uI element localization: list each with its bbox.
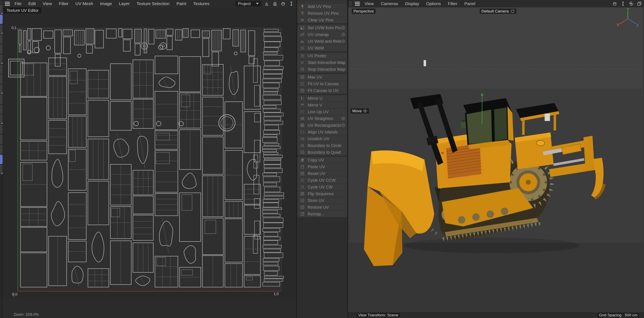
menu-item-uv-mesh[interactable]: UV Mesh	[72, 1, 96, 6]
fit-uv-icon	[300, 81, 305, 86]
command-restore-uv[interactable]: Restore UV	[298, 204, 347, 210]
tool-tile-10[interactable]	[0, 105, 3, 114]
command-flip-sequence[interactable]: Flip Sequence	[298, 190, 347, 197]
command-mirror-v[interactable]: Mirror V	[298, 102, 347, 108]
viewport-menu-icon[interactable]	[354, 2, 360, 6]
command-remap[interactable]: Remap...	[298, 210, 347, 217]
tool-tile-8[interactable]	[0, 84, 3, 94]
dozer-cab	[463, 98, 514, 149]
tool-tile-6[interactable]	[0, 64, 3, 74]
gear-icon[interactable]: ⚙	[341, 26, 345, 30]
grid-spacing-status: Grid Spacing : 500 cm	[598, 313, 639, 318]
menu-item-options[interactable]: Options	[422, 1, 444, 6]
command-label: UV Peeler	[308, 54, 345, 58]
command-uv-straighten[interactable]: UV Straighten⚙	[298, 115, 347, 122]
command-uv-weld-and-relax[interactable]: UV Weld and Relax⚙	[298, 38, 347, 44]
panel-menu-icon[interactable]	[4, 2, 10, 6]
tool-tile-13[interactable]	[0, 135, 3, 144]
lock-icon[interactable]	[272, 1, 278, 6]
camera-rotate-icon[interactable]	[510, 9, 514, 14]
project-selector[interactable]: Project	[236, 1, 261, 6]
menu-item-image[interactable]: Image	[96, 1, 115, 6]
menu-item-display[interactable]: Display	[402, 1, 422, 6]
command-fit-uv-to-canvas[interactable]: Fit UV to Canvas	[298, 80, 347, 87]
pan-hand-icon[interactable]	[280, 1, 286, 6]
command-store-uv[interactable]: Store UV	[298, 197, 347, 204]
tool-tile-11[interactable]	[0, 115, 3, 124]
command-reset-uv[interactable]: Reset UV	[298, 170, 347, 177]
uv-canvas[interactable]	[18, 28, 282, 291]
menu-item-paint[interactable]: Paint	[173, 1, 190, 6]
viewport-3d[interactable]: Perspective Default Camera Move Y X Z	[348, 7, 644, 313]
menu-item-filter[interactable]: Filter	[444, 1, 461, 6]
command-uv-rectangularize[interactable]: UV Rectangularize⚙	[298, 122, 347, 128]
command-unstitch-uv[interactable]: Unstitch UV	[298, 135, 347, 142]
tool-tile-5[interactable]	[0, 54, 3, 64]
command-stop-interactive-mapping[interactable]: Stop Interactive Mapping	[298, 66, 347, 72]
menu-item-panel[interactable]: Panel	[461, 1, 479, 6]
menu-item-textures[interactable]: Textures	[190, 1, 213, 6]
dolly-icon[interactable]	[620, 1, 626, 6]
command-line-up-uv[interactable]: Line Up UV	[298, 108, 347, 115]
command-cycle-uv-ccw[interactable]: Cycle UV CCW	[298, 177, 347, 184]
command-label: Set UVW from Projection	[308, 26, 341, 30]
menu-item-view[interactable]: View	[39, 1, 56, 6]
command-clear-uv-pins[interactable]: Clear UV Pins	[298, 16, 347, 23]
menu-item-cameras[interactable]: Cameras	[377, 1, 402, 6]
commands-panel-grip[interactable]	[298, 0, 347, 3]
gear-icon[interactable]: ⚙	[341, 39, 345, 44]
uv-wireframe[interactable]	[18, 28, 281, 291]
command-set-uvw-from-projection[interactable]: Set UVW from Projection⚙	[298, 24, 347, 31]
viewport-grip[interactable]	[349, 1, 352, 6]
tool-tile-7[interactable]	[0, 74, 3, 84]
tool-tile-3[interactable]	[0, 34, 3, 44]
command-uv-peeler[interactable]: UV Peeler	[298, 52, 347, 59]
tool-tile-14[interactable]	[0, 145, 3, 154]
bulldozer-model[interactable]	[349, 7, 644, 313]
command-uv-unwrap[interactable]: UV Unwrap⚙	[298, 31, 347, 38]
command-cycle-uv-cw[interactable]: Cycle UV CW	[298, 184, 347, 190]
tool-tile-9[interactable]	[0, 94, 3, 104]
tool-tile-12[interactable]	[0, 125, 3, 134]
pan-hand-icon[interactable]	[612, 1, 618, 6]
command-fit-canvas-to-uv[interactable]: Fit Canvas to UV	[298, 87, 347, 94]
command-mirror-u[interactable]: Mirror U	[298, 95, 347, 102]
command-start-interactive-mapping[interactable]: Start Interactive Mapping	[298, 59, 347, 66]
viewport-scrollbar[interactable]	[643, 7, 644, 313]
gear-icon[interactable]: ⚙	[341, 116, 345, 121]
command-boundary-to-circle[interactable]: Boundary to Circle	[298, 142, 347, 149]
uv-canvas-area[interactable]: 0,1 V 0,0 1,0 U	[3, 14, 296, 298]
menu-item-file[interactable]: File	[11, 1, 25, 6]
tool-tile-1[interactable]	[0, 14, 3, 24]
toolbar-grip[interactable]	[0, 0, 2, 4]
command-paste-uv[interactable]: Paste UV	[298, 163, 347, 170]
maximize-icon[interactable]	[637, 1, 642, 6]
panel-tab-texture-uv-editor[interactable]: Texture UV Editor	[4, 7, 42, 14]
zoom-level: Zoom: 259.0%	[14, 312, 39, 317]
command-add-uv-pins[interactable]: Add UV Pins	[298, 3, 347, 10]
command-boundary-to-quad[interactable]: Boundary to Quad	[298, 149, 347, 156]
tool-tile-0[interactable]	[0, 4, 3, 14]
cycle-ccw-icon	[300, 178, 305, 183]
gear-icon[interactable]: ⚙	[341, 123, 345, 128]
menu-item-filter[interactable]: Filter	[56, 1, 72, 6]
tool-tile-15[interactable]	[0, 155, 3, 164]
tool-tile-4[interactable]	[0, 44, 3, 54]
camera-label[interactable]: Default Camera	[480, 8, 516, 14]
command-remove-uv-pins[interactable]: Remove UV Pins	[298, 10, 347, 16]
menu-item-view[interactable]: View	[361, 1, 377, 6]
orbit-icon[interactable]	[628, 1, 634, 6]
zoom-vertical-icon[interactable]	[289, 1, 294, 6]
histogram-icon[interactable]	[264, 1, 270, 6]
command-max-uv[interactable]: Max UV	[298, 74, 347, 80]
command-uv-weld[interactable]: UV Weld	[298, 44, 347, 51]
menu-item-edit[interactable]: Edit	[25, 1, 39, 6]
command-align-uv-islands[interactable]: Align UV Islands	[298, 128, 347, 135]
tool-tile-2[interactable]	[0, 24, 3, 34]
command-copy-uv[interactable]: Copy UV	[298, 157, 347, 163]
menu-item-layer[interactable]: Layer	[116, 1, 133, 6]
tool-tile-16[interactable]	[0, 165, 3, 174]
view-type-label[interactable]: Perspective	[352, 8, 376, 14]
gear-icon[interactable]: ⚙	[341, 32, 345, 37]
menu-item-texture-selection[interactable]: Texture Selection	[133, 1, 173, 6]
